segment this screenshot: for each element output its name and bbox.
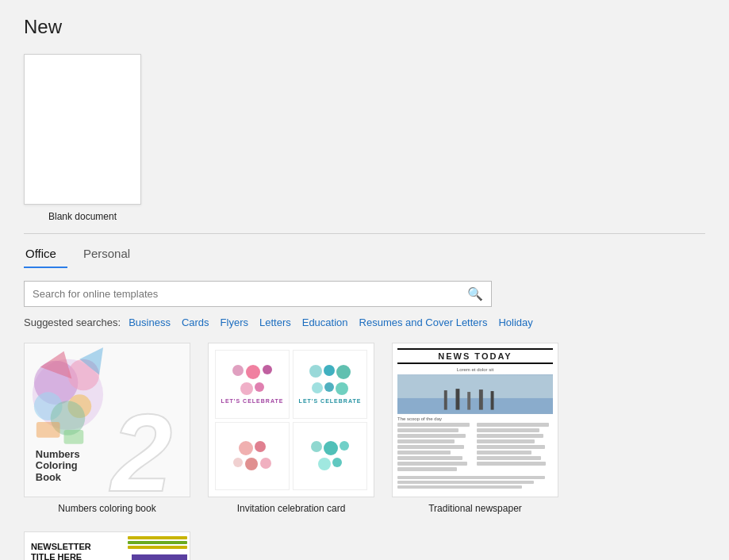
template-label-invitation: Invitation celebration card	[237, 503, 346, 514]
blank-document-label: Blank document	[24, 211, 141, 222]
news-col-right	[477, 423, 553, 473]
svg-rect-16	[397, 398, 553, 414]
template-newspaper[interactable]: NEWS TODAY Lorem et dolor sit	[392, 343, 558, 514]
news-columns	[397, 423, 553, 473]
inv-cell-2: LET'S CELEBRATE	[293, 350, 367, 419]
search-icon[interactable]: 🔍	[467, 286, 483, 301]
svg-rect-9	[36, 422, 60, 438]
blank-document-thumbnail[interactable]	[24, 54, 141, 205]
tabs-row: Office Personal	[24, 242, 705, 268]
inv-cell-3	[215, 422, 290, 491]
inv-cell-4	[293, 422, 367, 491]
search-row: 🔍	[24, 281, 705, 307]
news-footer-lines	[397, 476, 553, 489]
svg-text:Numbers: Numbers	[36, 448, 80, 460]
news-caption: The scoop of the day	[397, 416, 553, 421]
template-thumb-invitation: LET'S CELEBRATE LET'S CELEBRATE	[208, 343, 374, 497]
main-container: New Blank document Office Personal 🔍 Sug…	[0, 0, 729, 560]
newsletter-svg: NEWSLETTER TITLE HERE	[25, 532, 190, 560]
tab-personal[interactable]: Personal	[82, 242, 141, 268]
tab-office[interactable]: Office	[24, 242, 67, 268]
news-header: NEWS TODAY	[397, 348, 553, 364]
template-thumb-numbers: Numbers Coloring Book 2	[24, 343, 190, 497]
svg-rect-20	[479, 389, 483, 409]
suggested-education[interactable]: Education	[302, 316, 348, 328]
news-col-left	[397, 423, 474, 473]
blank-doc-section: Blank document	[24, 54, 705, 222]
template-newsletter[interactable]: NEWSLETTER TITLE HERE	[24, 531, 190, 560]
news-subtitle: Lorem et dolor sit	[397, 367, 553, 372]
svg-text:NEWSLETTER: NEWSLETTER	[31, 542, 91, 551]
template-label-newspaper: Traditional newspaper	[428, 503, 522, 514]
svg-rect-10	[64, 430, 84, 444]
suggested-letters[interactable]: Letters	[259, 316, 291, 328]
svg-rect-19	[467, 392, 470, 410]
svg-rect-18	[456, 389, 460, 409]
page-title: New	[24, 16, 705, 38]
suggested-cards[interactable]: Cards	[182, 316, 209, 328]
suggested-searches-row: Suggested searches: Business Cards Flyer…	[24, 316, 705, 328]
numbers-coloring-svg: Numbers Coloring Book 2	[25, 343, 190, 497]
suggested-flyers[interactable]: Flyers	[221, 316, 248, 328]
template-thumb-newspaper: NEWS TODAY Lorem et dolor sit	[392, 343, 558, 497]
section-divider	[24, 233, 705, 234]
template-invitation-card[interactable]: LET'S CELEBRATE LET'S CELEBRATE	[208, 343, 374, 514]
suggested-resumes[interactable]: Resumes and Cover Letters	[359, 316, 488, 328]
svg-rect-17	[444, 390, 447, 409]
inv-cell-1: LET'S CELEBRATE	[215, 350, 290, 419]
suggested-holiday[interactable]: Holiday	[498, 316, 532, 328]
svg-text:Coloring: Coloring	[36, 459, 78, 471]
svg-rect-21	[491, 391, 494, 410]
svg-rect-39	[132, 554, 187, 560]
templates-grid: Numbers Coloring Book 2 Numbers coloring…	[24, 343, 705, 560]
svg-rect-23	[128, 536, 187, 539]
svg-rect-25	[128, 546, 187, 549]
template-label-numbers: Numbers coloring book	[58, 503, 155, 514]
svg-text:2: 2	[109, 391, 172, 497]
search-input[interactable]	[33, 288, 467, 300]
template-thumb-newsletter: NEWSLETTER TITLE HERE	[24, 531, 190, 560]
svg-text:TITLE HERE: TITLE HERE	[31, 552, 82, 560]
news-image-svg	[397, 374, 553, 414]
suggested-business[interactable]: Business	[129, 316, 171, 328]
svg-rect-24	[128, 541, 187, 544]
svg-text:Book: Book	[36, 471, 62, 483]
search-box: 🔍	[24, 281, 492, 307]
news-main-image	[397, 374, 553, 414]
suggested-label: Suggested searches:	[24, 316, 121, 328]
template-numbers-coloring[interactable]: Numbers Coloring Book 2 Numbers coloring…	[24, 343, 190, 514]
